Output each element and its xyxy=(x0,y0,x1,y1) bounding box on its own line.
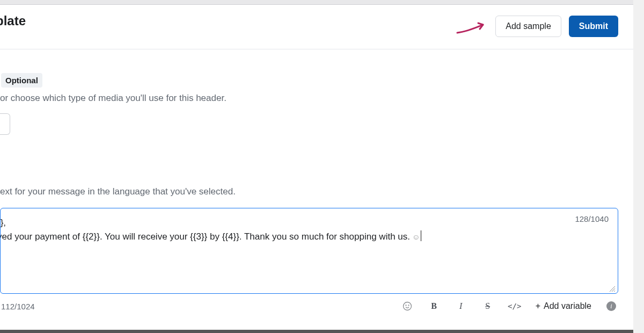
svg-point-0 xyxy=(403,302,411,310)
header-optional-badge: Optional xyxy=(1,73,42,88)
page-title: plate xyxy=(0,13,26,28)
emoji-icon[interactable] xyxy=(401,300,413,312)
body-hint: ext for your message in the language tha… xyxy=(0,186,618,197)
viewport: plate Add sample Submit Optional or choo… xyxy=(0,0,644,333)
info-icon[interactable]: i xyxy=(606,301,616,311)
italic-button[interactable]: I xyxy=(455,300,467,312)
outer-char-counter: 128/1040 xyxy=(575,214,609,223)
header-bar: plate Add sample Submit xyxy=(0,5,633,49)
form-body: Optional or choose which type of media y… xyxy=(0,49,633,333)
annotation-arrow-icon xyxy=(456,20,488,36)
strikethrough-button[interactable]: S xyxy=(482,300,494,312)
resize-handle-icon[interactable] xyxy=(609,285,616,291)
smiley-icon: ☺ xyxy=(412,233,420,241)
add-sample-button[interactable]: Add sample xyxy=(495,16,561,37)
vertical-scrollbar[interactable] xyxy=(633,0,644,333)
svg-point-1 xyxy=(406,305,406,306)
header-type-select[interactable] xyxy=(0,113,10,135)
plus-icon: + xyxy=(536,301,540,311)
horizontal-scrollbar[interactable] xyxy=(0,330,633,333)
body-textarea[interactable]: }}, ved your payment of {{2}}. You will … xyxy=(0,208,618,294)
body-toolbar: 112/1024 B I S </> + Add variable i xyxy=(0,300,618,312)
header-hint: or choose which type of media you'll use… xyxy=(0,93,618,104)
submit-button[interactable]: Submit xyxy=(569,16,618,37)
inner-char-counter: 112/1024 xyxy=(0,302,35,311)
monospace-button[interactable]: </> xyxy=(509,300,521,312)
svg-point-2 xyxy=(408,305,409,306)
text-caret-icon xyxy=(421,230,421,241)
bold-button[interactable]: B xyxy=(428,300,440,312)
body-textarea-wrap: }}, ved your payment of {{2}}. You will … xyxy=(0,208,618,294)
add-variable-button[interactable]: + Add variable xyxy=(536,301,591,311)
panel: plate Add sample Submit Optional or choo… xyxy=(0,4,633,333)
textarea-content: }}, ved your payment of {{2}}. You will … xyxy=(1,208,618,293)
